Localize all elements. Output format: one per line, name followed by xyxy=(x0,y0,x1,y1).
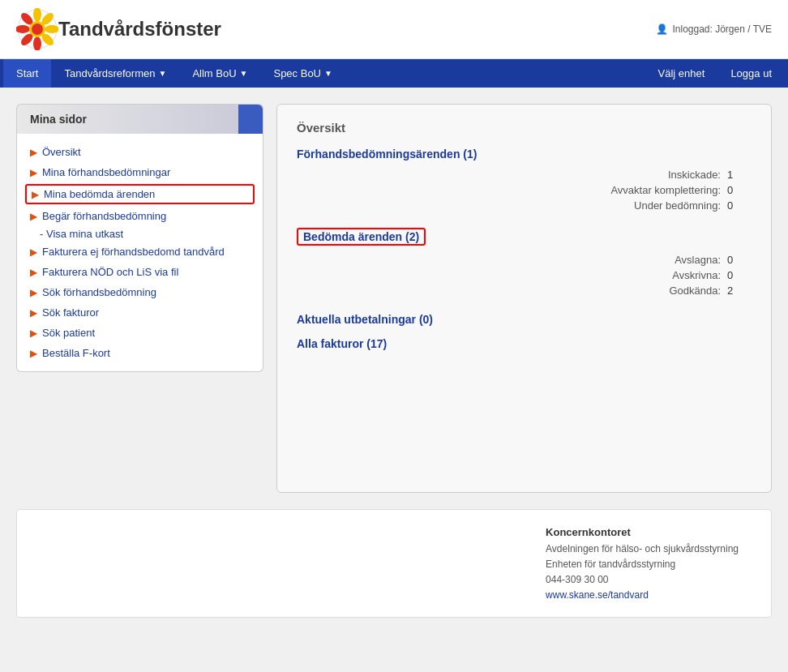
sidebar-item-label: Sök patient xyxy=(42,327,95,339)
sidebar-item-mina-bedomda-arenden[interactable]: ▶ Mina bedömda ärenden xyxy=(25,184,255,204)
sidebar-item-label: Mina förhandsbedömningar xyxy=(42,166,170,178)
sidebar-item-label: Översikt xyxy=(42,146,81,158)
site-title: Tandvårdsfönster xyxy=(58,18,221,41)
arrow-icon: ▶ xyxy=(32,189,39,200)
link-forhandsbedomning[interactable]: Förhandsbedömningsärenden (1) xyxy=(297,148,477,161)
sidebar: Mina sidor ▶ Översikt ▶ Mina förhandsbed… xyxy=(16,104,263,493)
stats-row: Avskrivna: 0 xyxy=(297,268,752,283)
section-bedomda-arenden: Bedömda ärenden (2) xyxy=(297,228,752,246)
link-alla-fakturor[interactable]: Alla fakturor (17) xyxy=(297,337,387,350)
sidebar-item-label: Sök fakturor xyxy=(42,306,99,319)
stats-row: Under bedömning: 0 xyxy=(297,198,752,213)
sidebar-header: Mina sidor xyxy=(16,104,263,134)
sidebar-item-label: Fakturera NÖD och LiS via fil xyxy=(42,266,178,278)
sidebar-item-sok-forhandsbedomning[interactable]: ▶ Sök förhandsbedömning xyxy=(17,282,263,302)
stat-value: 0 xyxy=(727,199,752,212)
sidebar-item-label: Sök förhandsbedömning xyxy=(42,286,156,298)
section-alla-fakturor: Alla fakturor (17) xyxy=(297,337,752,350)
arrow-icon: ▶ xyxy=(30,267,37,278)
dropdown-arrow-icon: ▼ xyxy=(240,69,248,78)
sidebar-item-label: Begär förhandsbedömning xyxy=(42,210,166,222)
arrow-icon: ▶ xyxy=(30,147,37,158)
sidebar-item-label: Fakturera ej förhandsbedomd tandvård xyxy=(42,246,225,258)
arrow-icon: ▶ xyxy=(30,167,37,178)
navbar: Start Tandvårdsreformen ▼ Allm BoU ▼ Spe… xyxy=(0,59,788,88)
content-title: Översikt xyxy=(297,121,752,135)
sidebar-item-fakturera-ej[interactable]: ▶ Fakturera ej förhandsbedomd tandvård xyxy=(17,242,263,262)
stat-value: 0 xyxy=(727,184,752,196)
footer-content: Koncernkontoret Avdelningen för hälso- o… xyxy=(546,526,739,601)
link-aktuella-utbetalningar[interactable]: Aktuella utbetalningar (0) xyxy=(297,313,433,326)
content-box: Översikt Förhandsbedömningsärenden (1) I… xyxy=(276,104,772,493)
arrow-icon: ▶ xyxy=(30,246,37,258)
stat-label: Under bedömning: xyxy=(559,199,721,212)
sidebar-item-sok-fakturor[interactable]: ▶ Sök fakturor xyxy=(17,302,263,323)
stat-value: 0 xyxy=(727,254,752,266)
nav-valj-enhet[interactable]: Välj enhet xyxy=(645,59,718,88)
arrow-icon: ▶ xyxy=(30,348,37,359)
stat-label: Avskrivna: xyxy=(559,269,721,281)
sidebar-item-oversikt[interactable]: ▶ Översikt xyxy=(17,142,263,162)
nav-start[interactable]: Start xyxy=(3,59,51,88)
footer-org: Koncernkontoret xyxy=(546,526,739,538)
arrow-icon: ▶ xyxy=(30,287,37,298)
stat-label: Avvaktar komplettering: xyxy=(559,184,721,196)
svg-point-10 xyxy=(32,24,43,35)
section-forhandsbedomning: Förhandsbedömningsärenden (1) xyxy=(297,148,752,161)
footer-line-3: 044-309 30 00 xyxy=(546,572,739,588)
sidebar-item-bestalla-fkort[interactable]: ▶ Beställa F-kort xyxy=(17,343,263,363)
arrow-icon: ▶ xyxy=(30,211,37,222)
section-aktuella-utbetalningar: Aktuella utbetalningar (0) xyxy=(297,313,752,326)
footer-line-1: Avdelningen för hälso- och sjukvårdsstyr… xyxy=(546,541,739,557)
footer-line-2: Enheten för tandvårdsstyrning xyxy=(546,557,739,572)
nav-tandvardsreformen[interactable]: Tandvårdsreformen ▼ xyxy=(51,59,179,88)
sidebar-title: Mina sidor xyxy=(30,113,87,126)
person-icon: 👤 xyxy=(656,24,668,35)
arrow-icon: ▶ xyxy=(30,327,37,339)
nav-spec-bou[interactable]: Spec BoU ▼ xyxy=(260,59,345,88)
sidebar-item-label: Beställa F-kort xyxy=(42,347,110,359)
stat-value: 1 xyxy=(727,169,752,181)
nav-logga-ut[interactable]: Logga ut xyxy=(717,59,785,88)
sidebar-sub-visa-mina-utkast[interactable]: - Visa mina utkast xyxy=(17,226,263,242)
dropdown-arrow-icon: ▼ xyxy=(158,69,166,78)
header: Tandvårdsfönster 👤 Inloggad: Jörgen / TV… xyxy=(0,0,788,59)
sidebar-item-begar-forhandsbedomning[interactable]: ▶ Begär förhandsbedömning xyxy=(17,206,263,226)
stats-row: Avvaktar komplettering: 0 xyxy=(297,182,752,198)
footer-link[interactable]: www.skane.se/tandvard xyxy=(546,589,649,601)
sidebar-item-label: Mina bedömda ärenden xyxy=(44,188,155,200)
stats-bedomda-arenden: Avslagna: 0 Avskrivna: 0 Godkända: 2 xyxy=(297,252,752,298)
stats-row: Inskickade: 1 xyxy=(297,167,752,182)
stat-label: Avslagna: xyxy=(559,254,721,266)
sidebar-body: ▶ Översikt ▶ Mina förhandsbedömningar ▶ … xyxy=(16,134,263,372)
stats-forhandsbedomning: Inskickade: 1 Avvaktar komplettering: 0 … xyxy=(297,167,752,213)
stat-value: 0 xyxy=(727,269,752,281)
nav-right: Välj enhet Logga ut xyxy=(645,59,785,88)
main-wrapper: Mina sidor ▶ Översikt ▶ Mina förhandsbed… xyxy=(0,88,788,509)
arrow-icon: ▶ xyxy=(30,307,37,319)
sidebar-item-fakturera-nod[interactable]: ▶ Fakturera NÖD och LiS via fil xyxy=(17,262,263,282)
stat-label: Godkända: xyxy=(559,285,721,297)
sidebar-item-mina-forhandsbedomningar[interactable]: ▶ Mina förhandsbedömningar xyxy=(17,162,263,182)
login-label: Inloggad: Jörgen / TVE xyxy=(672,24,772,35)
logo-icon xyxy=(16,8,58,50)
stat-label: Inskickade: xyxy=(559,169,721,181)
content-panel: Översikt Förhandsbedömningsärenden (1) I… xyxy=(276,104,772,493)
stats-row: Avslagna: 0 xyxy=(297,252,752,268)
login-info: 👤 Inloggad: Jörgen / TVE xyxy=(656,24,772,35)
dropdown-arrow-icon: ▼ xyxy=(324,69,332,78)
sidebar-item-sok-patient[interactable]: ▶ Sök patient xyxy=(17,323,263,343)
stat-value: 2 xyxy=(727,285,752,297)
footer: Koncernkontoret Avdelningen för hälso- o… xyxy=(16,509,772,618)
nav-allm-bou[interactable]: Allm BoU ▼ xyxy=(179,59,260,88)
stats-row: Godkända: 2 xyxy=(297,283,752,298)
link-bedomda-arenden[interactable]: Bedömda ärenden (2) xyxy=(297,228,426,246)
